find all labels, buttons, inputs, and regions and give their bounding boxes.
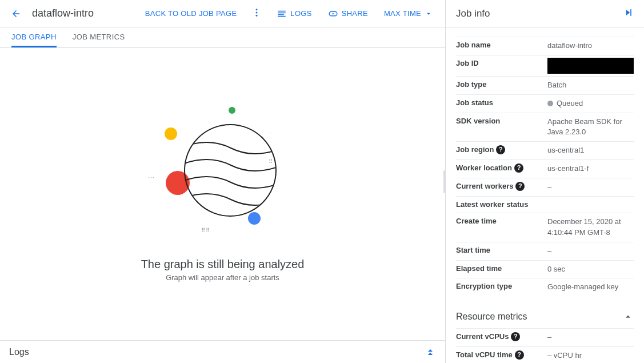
page-title: dataflow-intro (32, 7, 94, 19)
graph-subheading: Graph will appear after a job starts (141, 273, 305, 282)
logs-drawer-label: Logs (9, 347, 29, 357)
sidebar-header: Job info (446, 0, 644, 27)
redacted-block (547, 58, 634, 74)
analyzing-illustration: ··· · ⠿ ⠿⠿ (149, 107, 297, 256)
row-job-name: Job name dataflow-intro (456, 37, 634, 55)
value-worker-loc: us-central1-f (547, 163, 634, 174)
help-icon[interactable]: ? (511, 332, 520, 341)
row-job-id: Job ID (456, 55, 634, 76)
speck-decor-icon: · (270, 130, 272, 136)
row-start-time: Start time – (456, 242, 634, 260)
logs-button[interactable]: LOGS (269, 4, 319, 23)
help-icon[interactable]: ? (515, 350, 524, 360)
link-icon (328, 9, 338, 19)
value-current-workers: – (547, 182, 634, 193)
label-worker-loc: Worker location? (456, 163, 547, 173)
label-sdk: SDK version (456, 117, 547, 126)
value-vcpu-time: – vCPU hr (547, 350, 634, 361)
value-encryption: Google-managed key (547, 282, 634, 293)
help-icon[interactable]: ? (514, 163, 523, 173)
row-encryption: Encryption type Google-managed key (456, 278, 634, 296)
logs-icon (277, 9, 287, 19)
label-vcpu-time: Total vCPU time? (456, 350, 547, 360)
logs-drawer-toggle[interactable]: Logs (0, 340, 445, 363)
value-sdk: Apache Beam SDK for Java 2.23.0 (547, 117, 634, 138)
help-icon[interactable]: ? (496, 145, 505, 154)
value-create-time: December 15, 2020 at 4:10:44 PM GMT-8 (547, 217, 634, 238)
collapse-panel-icon[interactable] (622, 7, 634, 20)
sidebar-body: Job name dataflow-intro Job ID Job type … (446, 27, 644, 363)
chevron-up-icon (622, 311, 634, 322)
graph-heading: The graph is still being analyzed (141, 258, 305, 271)
help-icon[interactable]: ? (515, 182, 525, 191)
circle-decor-icon (229, 107, 235, 114)
label-vcpus: Current vCPUs? (456, 332, 547, 341)
value-elapsed: 0 sec (547, 264, 634, 275)
status-dot-icon (547, 101, 553, 106)
label-start-time: Start time (456, 246, 547, 255)
graph-canvas: ··· · ⠿ ⠿⠿ The graph is still being anal… (0, 48, 445, 340)
svg-point-2 (256, 15, 258, 17)
svg-point-0 (256, 9, 258, 10)
back-to-old-link[interactable]: BACK TO OLD JOB PAGE (137, 5, 245, 22)
sidebar-title: Job info (456, 8, 490, 19)
label-job-id: Job ID (456, 59, 547, 68)
max-time-dropdown[interactable]: MAX TIME (376, 5, 441, 22)
speck-decor-icon: ⠿⠿ (201, 227, 210, 233)
label-region: Job region? (456, 145, 547, 154)
label-job-name: Job name (456, 41, 547, 50)
value-job-id (547, 59, 634, 73)
share-label: SHARE (342, 9, 368, 18)
row-create-time: Create time December 15, 2020 at 4:10:44… (456, 213, 634, 242)
logs-label: LOGS (290, 9, 311, 18)
more-menu-icon[interactable] (245, 3, 269, 24)
tab-bar: JOB GRAPH JOB METRICS (0, 27, 445, 48)
svg-rect-3 (630, 9, 631, 16)
graph-caption: The graph is still being analyzed Graph … (141, 258, 305, 282)
tab-job-graph[interactable]: JOB GRAPH (11, 27, 57, 47)
label-job-type: Job type (456, 80, 547, 89)
row-region: Job region? us-central1 (456, 141, 634, 159)
row-job-status: Job status Queued (456, 94, 634, 113)
value-start-time: – (547, 246, 634, 257)
row-sdk: SDK version Apache Beam SDK for Java 2.2… (456, 113, 634, 142)
row-vcpus: Current vCPUs? – (456, 328, 634, 346)
status-text: Queued (557, 98, 583, 109)
row-vcpu-time: Total vCPU time? – vCPU hr (456, 346, 634, 363)
max-time-label: MAX TIME (384, 9, 421, 18)
value-job-name: dataflow-intro (547, 41, 634, 51)
value-job-status: Queued (547, 98, 634, 109)
chevron-down-icon (425, 10, 433, 18)
share-button[interactable]: SHARE (320, 4, 376, 23)
row-worker-loc: Worker location? us-central1-f (456, 159, 634, 178)
sidebar: Job info Job name dataflow-intro Job ID … (446, 0, 644, 363)
row-current-workers: Current workers? – (456, 178, 634, 196)
value-vcpus: – (547, 332, 634, 343)
label-latest-worker-status: Latest worker status (456, 200, 547, 209)
label-create-time: Create time (456, 217, 547, 226)
row-latest-worker-status: Latest worker status (456, 196, 634, 213)
circle-decor-icon (165, 127, 177, 140)
sphere-icon (184, 124, 277, 217)
resize-handle[interactable] (443, 170, 446, 193)
label-encryption: Encryption type (456, 282, 547, 291)
label-current-workers: Current workers? (456, 182, 547, 191)
svg-point-1 (256, 12, 258, 14)
resource-metrics-toggle[interactable]: Resource metrics (456, 311, 634, 322)
chevron-up-icon (425, 346, 436, 358)
row-elapsed: Elapsed time 0 sec (456, 260, 634, 278)
header-actions: BACK TO OLD JOB PAGE LOGS SHARE MAX TIME (137, 3, 441, 24)
circle-decor-icon (248, 212, 261, 225)
resource-metrics-title: Resource metrics (456, 312, 527, 322)
tab-job-metrics[interactable]: JOB METRICS (73, 27, 125, 47)
value-region: us-central1 (547, 145, 634, 156)
speck-decor-icon: ⠿ (269, 158, 273, 165)
label-elapsed: Elapsed time (456, 264, 547, 273)
back-arrow-icon[interactable] (9, 7, 23, 21)
header-bar: dataflow-intro BACK TO OLD JOB PAGE LOGS… (0, 0, 445, 27)
label-job-status: Job status (456, 98, 547, 107)
row-job-type: Job type Batch (456, 76, 634, 94)
speck-decor-icon: ··· (149, 174, 155, 181)
value-job-type: Batch (547, 80, 634, 91)
